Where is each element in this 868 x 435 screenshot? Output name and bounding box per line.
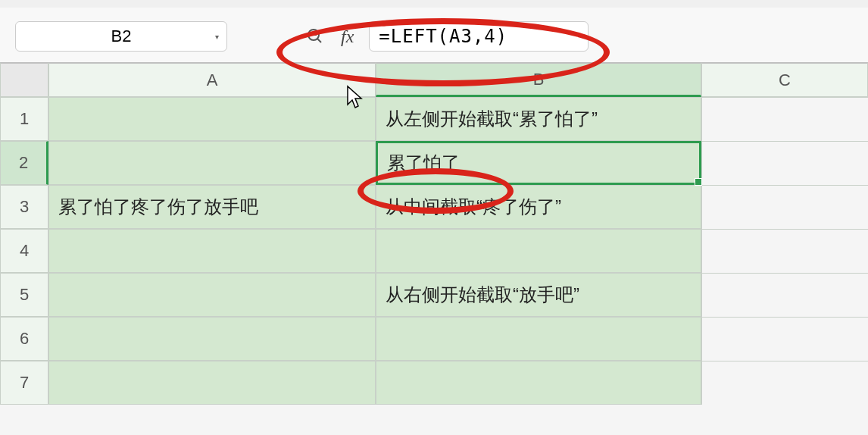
cell-b1[interactable]: 从左侧开始截取“累了怕了” — [376, 97, 701, 141]
cell-a7[interactable] — [48, 361, 376, 405]
row-header-1[interactable]: 1 — [0, 97, 48, 141]
col-header-a[interactable]: A — [48, 62, 376, 97]
col-header-c[interactable]: C — [701, 62, 868, 97]
fx-icon[interactable]: fx — [341, 27, 354, 47]
spreadsheet-grid: A B C 1 从左侧开始截取“累了怕了” 2 累了怕了 3 累了怕了疼了伤了放… — [0, 62, 868, 405]
name-box[interactable]: B2 ▾ — [15, 21, 227, 52]
cell-b6[interactable] — [376, 317, 701, 361]
row-header-5[interactable]: 5 — [0, 273, 48, 317]
row-header-4[interactable]: 4 — [0, 229, 48, 273]
svg-line-1 — [317, 39, 321, 42]
formula-input[interactable]: =LEFT(A3,4) — [369, 21, 589, 52]
cell-c5[interactable] — [701, 273, 868, 317]
cell-a3[interactable]: 累了怕了疼了伤了放手吧 — [48, 185, 376, 229]
cell-c2[interactable] — [701, 141, 868, 185]
select-all-corner[interactable] — [0, 62, 48, 97]
cell-a6[interactable] — [48, 317, 376, 361]
zoom-out-icon[interactable] — [304, 26, 326, 47]
cell-c1[interactable] — [701, 97, 868, 141]
cell-b2[interactable]: 累了怕了 — [376, 141, 701, 185]
cell-c6[interactable] — [701, 317, 868, 361]
cell-a5[interactable] — [48, 273, 376, 317]
row-header-7[interactable]: 7 — [0, 361, 48, 405]
cell-a2[interactable] — [48, 141, 376, 185]
row-header-6[interactable]: 6 — [0, 317, 48, 361]
cell-a1[interactable] — [48, 97, 376, 141]
cell-c4[interactable] — [701, 229, 868, 273]
cell-b7[interactable] — [376, 361, 701, 405]
cell-a4[interactable] — [48, 229, 376, 273]
cell-b5[interactable]: 从右侧开始截取“放手吧” — [376, 273, 701, 317]
chevron-down-icon[interactable]: ▾ — [215, 33, 219, 41]
row-header-3[interactable]: 3 — [0, 185, 48, 229]
formula-text: =LEFT(A3,4) — [379, 26, 507, 47]
formula-bar: B2 ▾ fx =LEFT(A3,4) — [0, 8, 868, 62]
row-header-2[interactable]: 2 — [0, 141, 48, 185]
cell-b4[interactable] — [376, 229, 701, 273]
name-box-value: B2 — [111, 27, 132, 46]
col-header-b[interactable]: B — [376, 62, 701, 97]
cell-c3[interactable] — [701, 185, 868, 229]
cell-c7[interactable] — [701, 361, 868, 405]
cell-b3[interactable]: 从中间截取“疼了伤了” — [376, 185, 701, 229]
